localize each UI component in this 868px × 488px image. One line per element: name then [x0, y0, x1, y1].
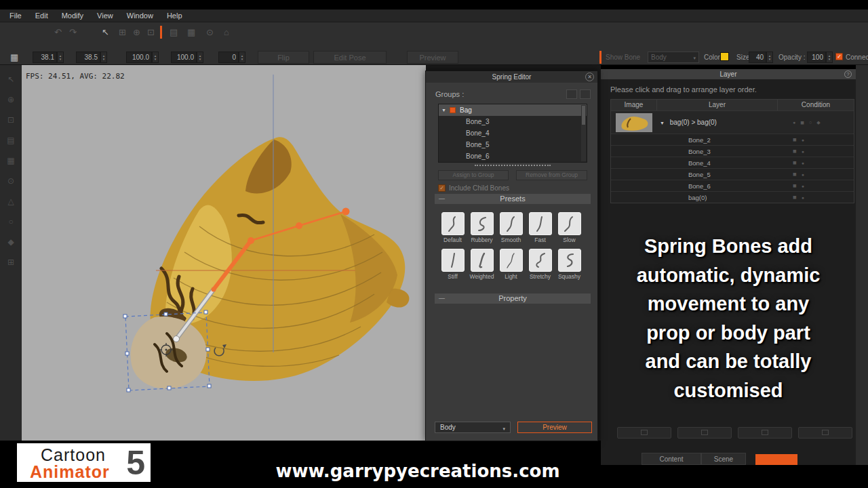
spin-down-icon[interactable]: ▾: [241, 58, 243, 61]
collapse-icon[interactable]: —: [439, 194, 445, 204]
lock-icon[interactable]: ◼: [793, 137, 797, 142]
grid-tool-icon[interactable]: ▦: [7, 156, 14, 165]
diamond-tool-icon[interactable]: ◆: [7, 237, 14, 247]
prop-artwork[interactable]: [131, 137, 410, 388]
spin-down-icon[interactable]: ▾: [103, 58, 105, 61]
visibility-icon[interactable]: ●: [802, 138, 804, 142]
redo-icon[interactable]: ↷: [69, 27, 77, 37]
bone-size-stepper[interactable]: ▴▾: [766, 52, 773, 63]
visibility-icon[interactable]: ●: [802, 172, 804, 177]
assign-to-group-button[interactable]: Assign to Group: [438, 170, 509, 180]
presets-section-header[interactable]: — Presets: [435, 194, 591, 204]
spring-preview-button[interactable]: Preview: [517, 422, 592, 433]
bone-mode-select[interactable]: Body ▾: [648, 52, 699, 63]
frame-tool-icon[interactable]: ⊡: [7, 115, 14, 125]
visibility-icon[interactable]: ●: [802, 149, 804, 154]
select-tool-icon[interactable]: ↖: [7, 75, 14, 84]
spin-down-icon[interactable]: ▾: [199, 58, 201, 61]
chevron-down-icon[interactable]: ▼: [441, 108, 448, 113]
tree-item-bone[interactable]: Bone_6: [439, 150, 587, 162]
home-tool-icon[interactable]: ⌂: [224, 27, 229, 37]
scrollbar-thumb[interactable]: [582, 106, 585, 125]
bone-size-input[interactable]: [749, 52, 766, 63]
remove-from-group-button[interactable]: Remove from Group: [516, 170, 587, 180]
scale-y-input[interactable]: [171, 52, 197, 63]
lock-icon[interactable]: ◼: [800, 120, 804, 125]
preset-weighted[interactable]: Weighted: [467, 249, 496, 280]
pos-x-input[interactable]: [33, 52, 57, 63]
flip-button[interactable]: Flip: [258, 51, 309, 64]
property-section-header[interactable]: — Property: [435, 293, 591, 304]
visibility-icon[interactable]: ●: [802, 184, 804, 188]
collapse-icon[interactable]: —: [439, 293, 445, 304]
diamond-icon[interactable]: ◆: [816, 120, 820, 125]
select-tool-icon[interactable]: ↖: [102, 27, 109, 37]
menu-edit[interactable]: Edit: [28, 12, 55, 20]
lock-icon[interactable]: ◼: [793, 183, 797, 188]
target-tool-icon[interactable]: ⊙: [7, 176, 14, 186]
target-tool-icon[interactable]: ⊙: [206, 27, 214, 37]
drag-handle-dots[interactable]: [475, 165, 551, 166]
undo-icon[interactable]: ↶: [54, 27, 62, 37]
shape-tool-icon[interactable]: △: [7, 197, 14, 206]
box-tool-icon[interactable]: ⊡: [147, 27, 155, 37]
table-row[interactable]: Bone_6 ◼●: [611, 180, 854, 191]
preset-fast[interactable]: Fast: [526, 212, 555, 243]
preset-squashy[interactable]: Squashy: [555, 249, 584, 280]
layer-action-button-3[interactable]: [738, 427, 792, 439]
scale-y-stepper[interactable]: ▴▾: [197, 52, 203, 63]
pos-y-stepper[interactable]: ▴▾: [100, 52, 107, 63]
table-row[interactable]: bag(0) ◼●: [611, 191, 854, 203]
show-bone-label[interactable]: Show Bone: [606, 54, 640, 61]
table-row[interactable]: Bone_5 ◼●: [611, 168, 854, 180]
rows-tool-icon[interactable]: ▤: [170, 27, 178, 37]
menu-view[interactable]: View: [90, 12, 120, 20]
stage-artwork[interactable]: [22, 65, 426, 441]
add-tool-icon[interactable]: ⊕: [133, 27, 140, 37]
menu-file[interactable]: File: [3, 12, 28, 20]
bone-color-swatch[interactable]: [720, 52, 729, 61]
group-remove-button[interactable]: [580, 89, 591, 99]
visibility-icon[interactable]: ●: [802, 161, 804, 165]
spin-down-icon[interactable]: ▾: [829, 58, 831, 61]
move-tool-icon[interactable]: ⊕: [7, 95, 14, 104]
preset-smooth[interactable]: Smooth: [496, 212, 526, 243]
spin-down-icon[interactable]: ▾: [769, 58, 771, 61]
lock-icon[interactable]: ◼: [793, 171, 797, 177]
layers-tool-icon[interactable]: ▦: [187, 27, 195, 37]
rows-tool-icon[interactable]: ▤: [7, 136, 14, 145]
menu-modify[interactable]: Modify: [55, 12, 90, 20]
table-row[interactable]: ▼ bag(0) > bag(0) ● ◼ ○ ◆: [611, 110, 854, 134]
snap-grid-icon[interactable]: ▦: [10, 52, 18, 62]
visibility-icon[interactable]: ●: [793, 120, 795, 125]
pos-y-input[interactable]: [76, 52, 100, 63]
grid3-tool-icon[interactable]: ⊞: [7, 258, 14, 267]
edit-pose-button[interactable]: Edit Pose: [313, 51, 387, 64]
lock-icon[interactable]: ◼: [793, 195, 797, 200]
menu-help[interactable]: Help: [160, 12, 189, 20]
chevron-down-icon[interactable]: ▼: [660, 121, 665, 125]
preview-button[interactable]: Preview: [407, 51, 458, 64]
table-row[interactable]: Bone_4 ◼●: [611, 157, 854, 168]
ring-tool-icon[interactable]: ○: [8, 217, 13, 226]
table-row[interactable]: Bone_2 ◼●: [611, 134, 854, 145]
layer-action-button-4[interactable]: [798, 427, 852, 439]
preset-rubbery[interactable]: Rubbery: [467, 212, 496, 243]
include-child-bones-checkbox[interactable]: ✓: [438, 184, 446, 192]
group-add-button[interactable]: [566, 89, 577, 99]
info-icon[interactable]: ?: [844, 70, 852, 78]
bone-opacity-input[interactable]: [807, 52, 826, 63]
link-icon[interactable]: ○: [809, 120, 812, 125]
visibility-icon[interactable]: ●: [802, 195, 804, 200]
scale-x-stepper[interactable]: ▴▾: [152, 52, 159, 63]
preset-default[interactable]: Default: [438, 212, 467, 243]
rotation-input[interactable]: [218, 52, 239, 63]
close-icon[interactable]: ✕: [585, 73, 594, 81]
connect-checkbox[interactable]: ✓: [835, 53, 843, 60]
layer-action-button-2[interactable]: [677, 427, 732, 439]
rotation-stepper[interactable]: ▴▾: [239, 52, 245, 63]
grid-tool-icon[interactable]: ⊞: [119, 27, 126, 37]
preset-stretchy[interactable]: Stretchy: [526, 249, 555, 280]
bone-opacity-stepper[interactable]: ▴▾: [826, 52, 833, 63]
tree-item-bone[interactable]: Bone_3: [439, 116, 587, 127]
